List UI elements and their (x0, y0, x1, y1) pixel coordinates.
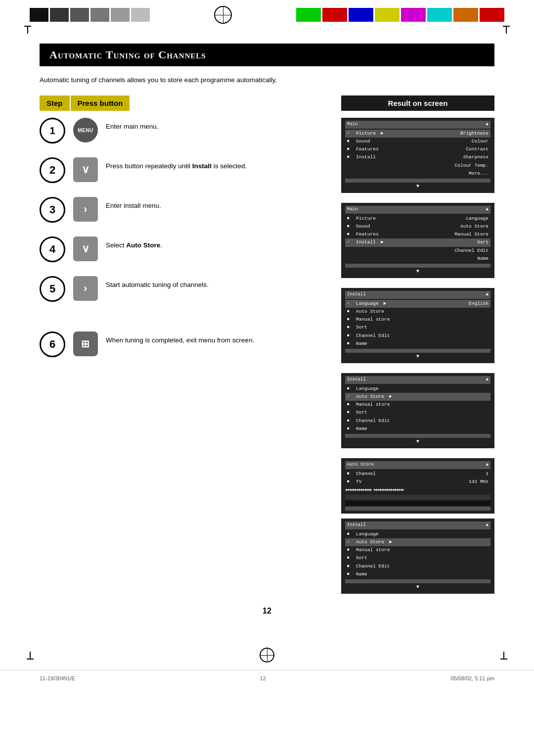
menu-button-icon: MENU (73, 118, 98, 142)
screen-2-row-2: ■SoundAuto Store (345, 223, 490, 231)
footer-center: 12 (260, 675, 266, 681)
screen-1-row-4: ■InstallSharpness (345, 153, 490, 161)
screen-1-row-5: Colour Temp. (345, 162, 490, 170)
screen-5-row-1: ■Channel1 (345, 470, 490, 478)
color-bars (296, 8, 504, 22)
screen-3-row-5: ■Channel Edit (345, 332, 490, 340)
screen-4-row-4: ■Sort (345, 409, 490, 417)
screen-4-row-5: ■Channel Edit (345, 417, 490, 425)
step-3-number: 3 (40, 197, 65, 223)
screen-6-row-4: ■Sort (345, 554, 490, 562)
step-5-row: 5 › Start automatic tuning of channels. (40, 276, 331, 302)
screen-2-row-3: ■FeaturesManual Store (345, 231, 490, 238)
gs-block-4 (90, 8, 109, 22)
screen-2-row-4: ✓Install►Sort (345, 238, 490, 246)
bottom-reg-row (0, 645, 534, 665)
screen-3-row-4: ■Sort (345, 324, 490, 331)
screen-4-arrow: ▼ (345, 438, 490, 445)
screen-2-row-1: ■PictureLanguage (345, 215, 490, 223)
screen-6-row-1: ■Language (345, 530, 490, 538)
step-1-row: 1 MENU Enter main menu. (40, 118, 331, 143)
step-3-row: 3 › Enter install menu. (40, 197, 331, 223)
step-3-desc: Enter install menu. (106, 197, 331, 211)
monitor-button-icon: ⊞ (73, 331, 98, 356)
registration-mark-top (214, 6, 232, 24)
page-title: Automatic Tuning of Channels (49, 48, 206, 61)
screen-6-row-3: ■Manual store (345, 546, 490, 554)
screen-6-row-5: ■Channel Edit (345, 563, 490, 570)
screen-2-row-6: Name (345, 255, 490, 263)
footer-right: 05/08/02, 5:11 pm (450, 675, 494, 681)
col-header-press: Press button (71, 95, 130, 111)
gs-block-6 (131, 8, 150, 22)
color-block-green (296, 8, 321, 22)
title-box: Automatic Tuning of Channels (40, 44, 494, 66)
screen-1-footer (345, 179, 490, 183)
screen-1-header: Main▲ (345, 121, 490, 129)
bottom-reg-right (503, 652, 504, 659)
progress-bar: ♦♦♦♦♦♦♦♦♦♦♦♦♦♦ ♦♦♦♦♦♦♦♦♦♦♦♦♦♦♦♦ (345, 487, 490, 493)
screen-4-row-2: ✓Auto Store► (345, 393, 490, 401)
screen-3-header: Install▲ (345, 291, 490, 299)
page-number: 12 (40, 607, 494, 615)
column-headers: Step Press button Result on screen (40, 95, 494, 111)
screen-5-header: Auto Store▲ (345, 461, 490, 469)
step-4-number: 4 (40, 236, 65, 262)
screen-4: Install▲ ■Language ✓Auto Store► ■Manual … (341, 373, 494, 448)
screen-1-arrow: ▼ (345, 183, 490, 190)
screen-1-row-6: More... (345, 170, 490, 178)
screen-3-row-6: ■Name (345, 340, 490, 348)
gs-block-1 (30, 8, 48, 22)
subtitle: Automatic tuning of channels allows you … (40, 76, 494, 84)
screen-6-footer (345, 579, 490, 583)
gs-block-3 (70, 8, 89, 22)
screen-4-row-6: ■Name (345, 425, 490, 433)
steps-area: 1 MENU Enter main menu. 2 ∨ Press button… (40, 118, 494, 597)
progress-empty-1 (345, 495, 490, 500)
screen-3-row-1: ✓Language►English (345, 300, 490, 308)
step-6-desc: When tuning is completed, exit menu from… (106, 331, 331, 345)
progress-empty-2 (345, 501, 490, 506)
screen-2-row-5: Channel Edit (345, 247, 490, 255)
screen-3-footer (345, 349, 490, 353)
step-4-desc: Select Auto Store. (106, 236, 331, 250)
main-content: Automatic Tuning of Channels Automatic t… (0, 34, 534, 645)
screen-6-row-2: ✓Auto Store► (345, 538, 490, 546)
step-1-desc: Enter main menu. (106, 118, 331, 132)
step-2-number: 2 (40, 157, 65, 183)
screen-4-row-1: ■Language (345, 385, 490, 393)
col-header-result: Result on screen (341, 95, 494, 111)
grayscale-bars (30, 8, 150, 22)
chevron-right-button-icon-3: › (73, 197, 98, 222)
screen-1-row-2: ■SoundColour (345, 138, 490, 145)
color-block-orange (453, 8, 478, 22)
gs-block-5 (111, 8, 130, 22)
screen-4-footer (345, 434, 490, 438)
color-block-red (322, 8, 347, 22)
footer-left: 11-19/30491/E (40, 675, 75, 681)
color-block-magenta (401, 8, 426, 22)
footer: 11-19/30491/E 12 05/08/02, 5:11 pm (0, 670, 534, 686)
color-block-red2 (480, 8, 504, 22)
screen-5: Auto Store▲ ■Channel1 ■TV142 MHz ♦♦♦♦♦♦♦… (341, 458, 494, 514)
screen-6-header: Install▲ (345, 521, 490, 529)
color-block-blue (349, 8, 373, 22)
screen-4-header: Install▲ (345, 376, 490, 384)
screen-5-footer (345, 507, 490, 511)
registration-mark-bottom (260, 648, 274, 662)
chevron-right-button-icon-5: › (73, 276, 98, 301)
screen-6-arrow: ▼ (345, 583, 490, 591)
step-5-number: 5 (40, 276, 65, 302)
color-block-cyan (427, 8, 452, 22)
screen-2-arrow: ▼ (345, 268, 490, 275)
screen-6: Install▲ ■Language ✓Auto Store► ■Manual … (341, 519, 494, 594)
step-4-row: 4 ∨ Select Auto Store. (40, 236, 331, 262)
screen-3-arrow: ▼ (345, 353, 490, 360)
screen-2: Main▲ ■PictureLanguage ■SoundAuto Store … (341, 203, 494, 278)
screen-3-row-3: ■Manual store (345, 316, 490, 324)
screen-4-row-3: ■Manual store (345, 401, 490, 409)
screen-1-row-3: ■FeaturesContrast (345, 145, 490, 153)
step-1-number: 1 (40, 118, 65, 143)
screen-3: Install▲ ✓Language►English ■Auto Store ■… (341, 288, 494, 363)
top-header (0, 0, 534, 24)
